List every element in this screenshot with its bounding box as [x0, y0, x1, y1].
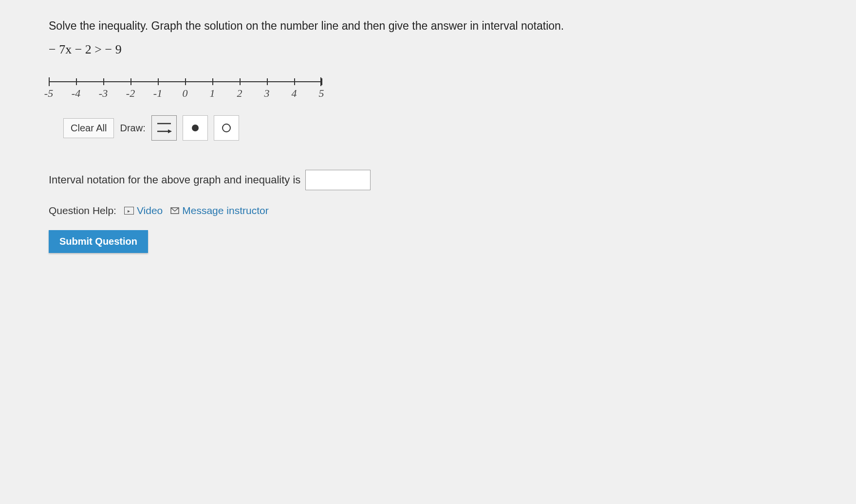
tick-label: -3	[99, 87, 108, 100]
inequality-expression: − 7x − 2 > − 9	[49, 42, 807, 57]
question-help-row: Question Help: ▸ Video Message instructo…	[49, 205, 807, 216]
tick-label: 0	[183, 87, 188, 100]
closed-point-tool-button[interactable]	[183, 115, 208, 141]
interval-notation-row: Interval notation for the above graph an…	[49, 170, 807, 190]
open-dot-icon	[222, 124, 231, 132]
open-point-tool-button[interactable]	[214, 115, 239, 141]
tick	[158, 78, 159, 85]
ray-icon	[155, 119, 173, 138]
video-help-link[interactable]: ▸ Video	[124, 205, 163, 216]
tick	[294, 78, 295, 85]
tick	[212, 78, 213, 85]
tick	[130, 78, 131, 85]
tick-label: 1	[210, 87, 215, 100]
tick	[240, 78, 241, 85]
tick	[49, 78, 50, 85]
message-instructor-link[interactable]: Message instructor	[170, 205, 268, 216]
tick-label: -5	[44, 87, 53, 100]
video-help-text: Video	[137, 205, 163, 216]
message-instructor-text: Message instructor	[182, 205, 268, 216]
video-icon: ▸	[124, 207, 134, 215]
tick-label: 5	[319, 87, 324, 100]
interval-label: Interval notation for the above graph an…	[49, 174, 300, 186]
tick	[267, 78, 268, 85]
number-line[interactable]: -5 -4 -3 -2 -1 0 1 2 3 4 5	[49, 76, 807, 101]
clear-all-button[interactable]: Clear All	[63, 118, 114, 138]
tick	[321, 78, 322, 85]
tick-label: -2	[126, 87, 135, 100]
mail-icon	[170, 205, 179, 216]
interval-notation-input[interactable]	[305, 170, 371, 190]
ray-tool-button[interactable]	[151, 115, 177, 141]
tick	[185, 78, 186, 85]
submit-question-button[interactable]: Submit Question	[49, 230, 148, 253]
question-prompt: Solve the inequality. Graph the solution…	[49, 19, 807, 33]
help-label: Question Help:	[49, 205, 116, 216]
tick	[103, 78, 104, 85]
draw-label: Draw:	[120, 123, 145, 134]
filled-dot-icon	[192, 125, 199, 131]
tick-label: 2	[237, 87, 242, 100]
draw-toolbar: Clear All Draw:	[63, 115, 807, 141]
tick-label: 3	[264, 87, 270, 100]
tick-label: 4	[292, 87, 297, 100]
tick	[76, 78, 77, 85]
svg-marker-2	[168, 129, 172, 133]
tick-label: -1	[153, 87, 162, 100]
tick-label: -4	[72, 87, 80, 100]
